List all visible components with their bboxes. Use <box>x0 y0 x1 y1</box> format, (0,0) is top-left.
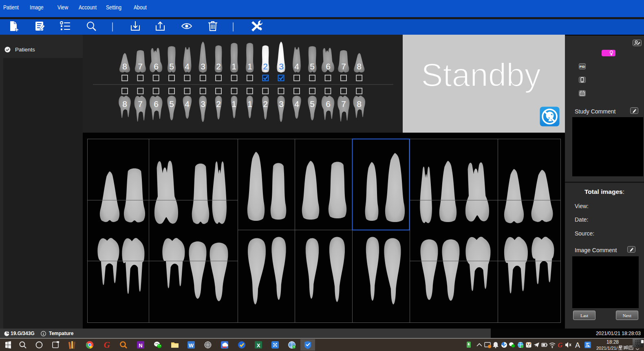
svg-text:3: 3 <box>279 99 284 109</box>
svg-text:8: 8 <box>357 99 362 109</box>
svg-text:1: 1 <box>232 99 236 109</box>
svg-text:W: W <box>189 342 194 349</box>
svg-text:5: 5 <box>310 99 315 109</box>
svg-text:8: 8 <box>122 99 127 109</box>
svg-text:X: X <box>257 342 260 349</box>
svg-text:1: 1 <box>232 62 236 71</box>
svg-text:3: 3 <box>201 99 205 109</box>
svg-text:4: 4 <box>185 99 190 109</box>
svg-text:7: 7 <box>341 99 346 109</box>
svg-text:4: 4 <box>294 99 299 109</box>
svg-text:2: 2 <box>216 99 221 109</box>
svg-text:6: 6 <box>154 62 159 71</box>
svg-text:2: 2 <box>216 62 221 71</box>
svg-text:5: 5 <box>169 99 174 109</box>
svg-text:2: 2 <box>263 99 268 109</box>
svg-text:3: 3 <box>279 62 284 71</box>
svg-text:Standby: Standby <box>421 57 541 93</box>
svg-text:A: A <box>575 341 580 349</box>
svg-text:2: 2 <box>263 62 268 71</box>
svg-text:1: 1 <box>247 62 252 71</box>
svg-text:3: 3 <box>201 62 205 71</box>
svg-text:G: G <box>558 342 562 349</box>
svg-text:7: 7 <box>341 62 346 71</box>
svg-text:4: 4 <box>294 62 299 71</box>
svg-text:5: 5 <box>169 62 174 71</box>
svg-text:4: 4 <box>185 62 190 71</box>
svg-text:6: 6 <box>326 99 331 109</box>
svg-text:5: 5 <box>310 62 315 71</box>
svg-text:8: 8 <box>122 62 127 71</box>
svg-text:7: 7 <box>138 99 143 109</box>
svg-text:7: 7 <box>138 62 143 71</box>
svg-text:6: 6 <box>154 99 159 109</box>
svg-text:G: G <box>104 340 110 350</box>
svg-text:1: 1 <box>247 99 252 109</box>
svg-text:6: 6 <box>326 62 331 71</box>
svg-text:18:28: 18:28 <box>607 339 619 345</box>
svg-text:2021/1/21/: 2021/1/21/ <box>596 346 618 351</box>
svg-text:8: 8 <box>357 62 362 71</box>
svg-text:i: i <box>43 332 44 336</box>
svg-text:N: N <box>139 342 142 349</box>
